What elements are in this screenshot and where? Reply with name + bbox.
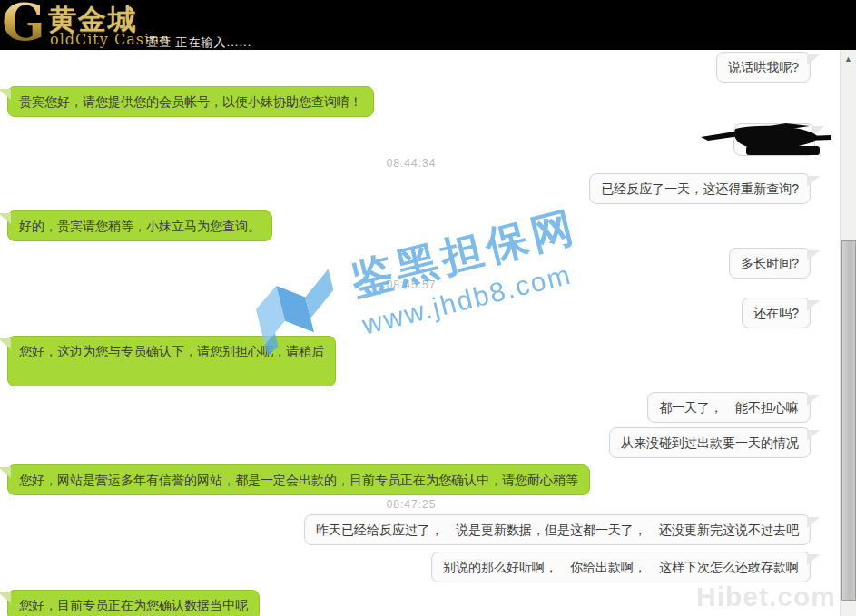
customer-message: 还在吗? (742, 298, 811, 328)
customer-message: 从来没碰到过出款要一天的情况 (609, 427, 811, 458)
customer-message: 已经反应了一天，这还得重新查询? (589, 173, 811, 204)
customer-message: 都一天了， 能不担心嘛 (647, 392, 811, 423)
scroll-up-arrow-icon[interactable]: ▲ (841, 53, 856, 65)
customer-message: 说话哄我呢? (716, 52, 811, 83)
chat-window: G 黄金城 oldCity Casino 萱萱 正在输入...... 说话哄我呢… (0, 0, 856, 616)
agent-message: 您好，这边为您与专员确认下，请您别担心呢，请稍后 (7, 336, 336, 386)
header: G 黄金城 oldCity Casino 萱萱 正在输入...... (0, 0, 856, 50)
corner-watermark: Hibet.com (696, 582, 836, 612)
casino-logo-g-icon: G (2, 0, 45, 49)
chat-scrollbar[interactable]: ▲ (840, 50, 856, 616)
customer-message: 多长时间? (729, 248, 811, 279)
timestamp: 08:44:34 (357, 157, 466, 170)
watermark-site-url: www.jhdb8.com (359, 255, 592, 341)
typing-status: 萱萱 正在输入...... (146, 34, 251, 51)
watermark-site-name: 鉴黑担保网 (345, 199, 583, 309)
timestamp: 08:45:57 (357, 279, 466, 291)
scrollbar-thumb[interactable] (841, 240, 856, 601)
customer-message: 昨天已经给反应过了， 说是更新数据，但是这都一天了， 还没更新完这说不过去吧 (304, 514, 811, 545)
agent-message: 您好，目前专员正在为您确认数据当中呢 (7, 590, 260, 616)
agent-message: 好的，贵宾请您稍等，小妹立马为您查询。 (7, 210, 272, 241)
redaction-scribble (699, 118, 833, 161)
customer-message: 别说的那么好听啊， 你给出款啊， 这样下次怎么还敢存款啊 (431, 552, 811, 582)
agent-message: 您好，网站是营运多年有信誉的网站，都是一定会出款的，目前专员正在为您确认中，请您… (7, 464, 590, 495)
timestamp: 08:47:25 (357, 498, 466, 511)
agent-message: 贵宾您好，请您提供您的会员帐号，以便小妹协助您查询唷！ (7, 86, 374, 117)
